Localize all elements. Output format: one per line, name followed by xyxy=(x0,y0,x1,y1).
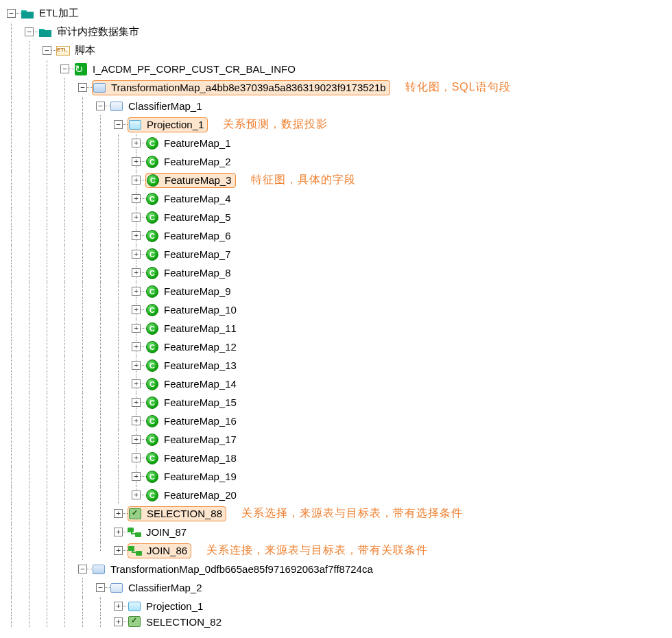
expand-icon[interactable]: + xyxy=(132,176,141,185)
expand-icon[interactable]: + xyxy=(132,268,141,277)
tree-item-featuremap[interactable]: +CFeatureMap_10 xyxy=(3,300,669,319)
tree-label: FeatureMap_19 xyxy=(162,470,239,483)
expand-icon[interactable]: + xyxy=(132,416,141,425)
tree-item-featuremap[interactable]: +CFeatureMap_19 xyxy=(3,467,669,486)
tree-item-featuremap[interactable]: +CFeatureMap_7 xyxy=(3,245,669,263)
feature-c-icon: C xyxy=(145,229,159,243)
expand-icon[interactable]: + xyxy=(132,213,141,222)
expand-icon[interactable]: + xyxy=(132,379,141,388)
expand-icon[interactable]: + xyxy=(114,617,123,626)
svg-rect-0 xyxy=(21,12,34,19)
tree-item-classifier-map-1[interactable]: − ClassifierMap_1 xyxy=(3,97,669,115)
annotation-selection: 关系选择，来源表与目标表，带有选择条件 xyxy=(241,506,463,521)
map-icon xyxy=(93,81,106,95)
expand-icon[interactable]: + xyxy=(132,435,141,444)
tree-item-job[interactable]: − ↻ I_ACDM_PF_CORP_CUST_CR_BAL_INFO xyxy=(3,60,669,78)
tree-item-featuremap[interactable]: +CFeatureMap_6 xyxy=(3,226,669,245)
folder-icon xyxy=(21,7,34,21)
tree-item-featuremap[interactable]: +CFeatureMap_9 xyxy=(3,282,669,300)
tree-item-join-86[interactable]: + JOIN_86 关系连接，来源表与目标表，带有关联条件 xyxy=(3,541,669,560)
expand-icon[interactable]: + xyxy=(132,453,141,462)
feature-c-icon: C xyxy=(145,359,159,373)
tree-label: FeatureMap_17 xyxy=(162,433,239,446)
folder-icon xyxy=(38,25,52,39)
expand-icon[interactable]: + xyxy=(132,472,141,481)
expand-icon[interactable]: + xyxy=(132,491,141,499)
tree-item-featuremap[interactable]: +CFeatureMap_2 xyxy=(3,152,669,171)
expand-icon[interactable]: + xyxy=(132,361,141,370)
tree-label: FeatureMap_5 xyxy=(162,211,233,224)
expand-icon[interactable]: + xyxy=(132,324,141,333)
refresh-icon: ↻ xyxy=(74,62,88,76)
tree-label: ClassifierMap_2 xyxy=(126,581,204,594)
tree-item-projection-1b[interactable]: + Projection_1 xyxy=(3,597,669,615)
tree-item-featuremap[interactable]: +CFeatureMap_14 xyxy=(3,375,669,393)
tree-item-transformation-map-1[interactable]: − TransformationMap_a4bb8e37039a5a836319… xyxy=(3,78,669,97)
expand-icon[interactable]: + xyxy=(132,157,141,166)
tree-item-featuremap[interactable]: +CFeatureMap_8 xyxy=(3,263,669,282)
collapse-icon[interactable]: − xyxy=(96,583,105,592)
tree-item-featuremap[interactable]: +CFeatureMap_15 xyxy=(3,393,669,412)
feature-c-icon: C xyxy=(145,470,159,484)
collapse-icon[interactable]: − xyxy=(114,120,123,129)
expand-icon[interactable]: + xyxy=(132,398,141,407)
tree-item-join-87[interactable]: + JOIN_87 xyxy=(3,523,669,541)
expand-icon[interactable]: + xyxy=(132,194,141,203)
expand-icon[interactable]: + xyxy=(132,305,141,314)
tree-item-selection-88[interactable]: + SELECTION_88 关系选择，来源表与目标表，带有选择条件 xyxy=(3,504,669,523)
expand-icon[interactable]: + xyxy=(132,139,141,147)
etl-icon: ETL xyxy=(56,44,70,58)
tree-label: 脚本 xyxy=(73,43,97,58)
tree-label: FeatureMap_9 xyxy=(162,285,233,298)
collapse-icon[interactable]: − xyxy=(60,64,69,73)
annotation-join: 关系连接，来源表与目标表，带有关联条件 xyxy=(206,543,428,558)
tree-item-featuremap[interactable]: +CFeatureMap_16 xyxy=(3,412,669,430)
tree-item-featuremap[interactable]: +CFeatureMap_18 xyxy=(3,449,669,467)
tree-label: ClassifierMap_1 xyxy=(126,99,204,113)
annotation-transformation: 转化图，SQL语句段 xyxy=(405,80,511,95)
tree-label: FeatureMap_6 xyxy=(162,229,233,242)
tree-item-featuremap[interactable]: +CFeatureMap_12 xyxy=(3,338,669,356)
tree-item-featuremap[interactable]: +CFeatureMap_13 xyxy=(3,356,669,375)
tree-item-script[interactable]: − ETL 脚本 xyxy=(3,41,669,60)
map-icon xyxy=(128,118,142,132)
annotation-feature: 特征图，具体的字段 xyxy=(251,173,356,187)
collapse-icon[interactable]: − xyxy=(78,83,87,92)
expand-icon[interactable]: + xyxy=(132,231,141,240)
tree-item-featuremap[interactable]: +CFeatureMap_20 xyxy=(3,486,669,504)
tree-label: I_ACDM_PF_CORP_CUST_CR_BAL_INFO xyxy=(91,62,298,75)
tree-item-featuremap[interactable]: +CFeatureMap_1 xyxy=(3,134,669,152)
tree-item-etl-root[interactable]: − ETL加工 xyxy=(3,4,669,23)
collapse-icon[interactable]: − xyxy=(7,9,16,18)
collapse-icon[interactable]: − xyxy=(43,46,51,55)
tree-label: FeatureMap_4 xyxy=(162,192,233,205)
tree-item-classifier-map-2[interactable]: − ClassifierMap_2 xyxy=(3,578,669,597)
tree-item-transformation-map-2[interactable]: − TransformationMap_0dfb665ae85f97169206… xyxy=(3,560,669,578)
tree-item-featuremap[interactable]: +CFeatureMap_5 xyxy=(3,208,669,226)
tree-item-selection-82[interactable]: + SELECTION_82 xyxy=(3,615,669,628)
expand-icon[interactable]: + xyxy=(132,250,141,259)
expand-icon[interactable]: + xyxy=(114,509,123,518)
tree-label: JOIN_87 xyxy=(144,525,189,539)
collapse-icon[interactable]: − xyxy=(25,27,34,36)
expand-icon[interactable]: + xyxy=(132,342,141,351)
feature-c-icon: C xyxy=(145,340,159,354)
collapse-icon[interactable]: − xyxy=(78,565,87,574)
tree-item-featuremap[interactable]: +CFeatureMap_4 xyxy=(3,189,669,208)
tree-item-datamart[interactable]: − 审计内控数据集市 xyxy=(3,23,669,41)
tree-label: JOIN_86 xyxy=(145,544,189,557)
expand-icon[interactable]: + xyxy=(114,602,123,611)
tree-label: FeatureMap_16 xyxy=(162,414,239,427)
tree-item-projection-1[interactable]: − Projection_1 关系预测，数据投影 xyxy=(3,115,669,134)
tree-item-featuremap[interactable]: +CFeatureMap_17 xyxy=(3,430,669,449)
expand-icon[interactable]: + xyxy=(132,287,141,296)
tree-label: TransformationMap_a4bb8e37039a5a83631902… xyxy=(109,81,388,94)
feature-c-icon: C xyxy=(145,377,159,391)
tree-item-featuremap[interactable]: +CFeatureMap_3特征图，具体的字段 xyxy=(3,171,669,189)
expand-icon[interactable]: + xyxy=(114,528,123,536)
tree-label: FeatureMap_15 xyxy=(162,396,239,409)
expand-icon[interactable]: + xyxy=(114,546,123,555)
collapse-icon[interactable]: − xyxy=(96,102,105,110)
selection-icon xyxy=(128,507,142,521)
tree-item-featuremap[interactable]: +CFeatureMap_11 xyxy=(3,319,669,338)
